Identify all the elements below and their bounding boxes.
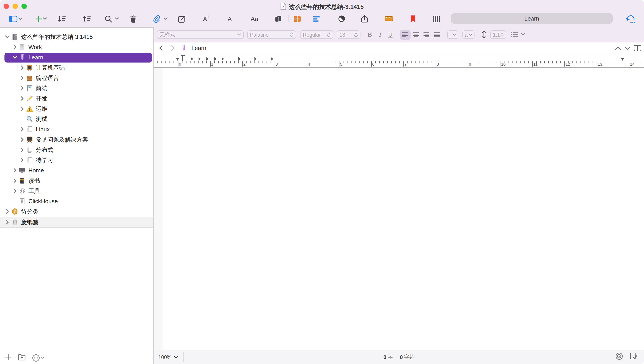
attachment-button[interactable]	[149, 13, 163, 24]
sidebar-item[interactable]: ?待分类	[0, 206, 153, 216]
disclosure-chevron[interactable]	[4, 209, 11, 214]
search-options-chevron[interactable]	[113, 13, 120, 24]
move-up-list-icon[interactable]	[80, 13, 93, 24]
sidebar-item[interactable]: 计算机基础	[0, 62, 153, 73]
left-indent-marker[interactable]	[176, 58, 179, 61]
new-folder-button[interactable]	[18, 354, 26, 362]
minimize-window-button[interactable]	[13, 4, 18, 9]
zoom-dropdown[interactable]: 100%	[158, 350, 178, 364]
new-item-button[interactable]	[5, 354, 12, 362]
italic-button[interactable]: I	[376, 30, 384, 39]
disclosure-chevron[interactable]	[19, 127, 26, 132]
sidebar-item[interactable]: Work	[0, 42, 153, 52]
sidebar-item[interactable]: 测试	[0, 114, 153, 124]
next-note-button[interactable]	[625, 42, 630, 54]
font-size-increase-button[interactable]: A+	[199, 13, 213, 24]
underline-button[interactable]: U	[386, 30, 394, 39]
align-center-button[interactable]	[410, 30, 421, 40]
sidebar-options-chevron[interactable]	[17, 13, 24, 24]
disclosure-chevron[interactable]	[19, 96, 26, 101]
disclosure-chevron[interactable]	[4, 35, 11, 38]
bookmark-button[interactable]	[406, 13, 419, 24]
ruler-toggle-button[interactable]	[382, 13, 395, 24]
sidebar-item[interactable]: 常见问题及解决方案	[0, 134, 153, 145]
paragraph-style-dropdown[interactable]: 无样式	[157, 30, 244, 39]
align-left-button[interactable]	[400, 30, 410, 40]
paragraph-lines-button[interactable]	[310, 13, 323, 24]
tab-stop-marker[interactable]	[271, 57, 273, 61]
tab-stop-marker[interactable]	[206, 57, 209, 61]
disclosure-chevron[interactable]	[12, 188, 18, 194]
font-size-stepper[interactable]: 13	[337, 30, 360, 39]
list-style-dropdown[interactable]	[511, 31, 525, 38]
disclosure-chevron[interactable]	[4, 220, 11, 225]
fonts-button[interactable]: Aa	[248, 13, 261, 24]
disclosure-chevron[interactable]	[12, 45, 18, 50]
disclosure-chevron[interactable]	[19, 137, 26, 142]
proofread-icon[interactable]	[630, 352, 638, 362]
tab-stop-marker[interactable]	[238, 57, 240, 61]
sidebar-item[interactable]: 编程语言	[0, 73, 153, 83]
focus-mode-icon[interactable]	[615, 352, 623, 362]
sidebar-item[interactable]: 这么些年的技术总结 3.1415	[0, 32, 153, 42]
section-title-pill[interactable]: Learn	[451, 14, 613, 24]
forward-button[interactable]	[171, 42, 175, 54]
move-down-list-icon[interactable]	[55, 13, 68, 24]
more-actions-button[interactable]	[32, 354, 44, 362]
add-options-chevron[interactable]	[41, 13, 48, 24]
sidebar-item[interactable]: 前端	[0, 83, 153, 93]
first-line-indent-marker[interactable]	[181, 56, 185, 61]
disclosure-chevron[interactable]	[19, 86, 26, 91]
document-canvas[interactable]	[154, 68, 644, 350]
disclosure-chevron[interactable]	[12, 56, 18, 59]
align-right-button[interactable]	[421, 30, 432, 40]
attachment-options-chevron[interactable]	[162, 13, 169, 24]
sidebar-item[interactable]: Home	[0, 165, 153, 176]
copy-style-icon[interactable]	[272, 13, 285, 24]
disclosure-chevron[interactable]	[12, 178, 18, 183]
disclosure-chevron[interactable]	[19, 65, 26, 70]
sidebar-item[interactable]: Learn	[0, 52, 153, 62]
disclosure-chevron[interactable]	[12, 168, 18, 173]
contrast-icon[interactable]	[335, 13, 348, 24]
sidebar-item[interactable]: 开发	[0, 93, 153, 104]
align-justify-button[interactable]	[432, 30, 443, 40]
sidebar-item[interactable]: 废纸篓	[0, 216, 153, 228]
delete-button[interactable]	[127, 13, 140, 24]
sidebar-item[interactable]: 分布式	[0, 145, 153, 155]
close-window-button[interactable]	[4, 4, 9, 9]
font-weight-dropdown[interactable]: Regular	[300, 30, 333, 39]
disclosure-chevron[interactable]	[19, 76, 26, 80]
sidebar-item[interactable]: ClickHouse	[0, 196, 153, 206]
text-color-dropdown[interactable]	[447, 30, 458, 39]
back-button[interactable]	[159, 42, 163, 54]
previous-note-button[interactable]	[615, 42, 621, 54]
disclosure-chevron[interactable]	[19, 106, 26, 111]
tab-stop-marker[interactable]	[198, 57, 201, 61]
table-grid-button[interactable]	[430, 13, 443, 24]
right-indent-marker[interactable]	[621, 58, 624, 61]
tab-stop-marker[interactable]	[255, 57, 257, 61]
tab-stop-marker[interactable]	[214, 57, 216, 61]
sync-icon[interactable]	[624, 13, 637, 24]
tab-stop-marker[interactable]	[222, 57, 224, 61]
line-spacing-stepper[interactable]: 1.1	[490, 30, 506, 39]
share-icon[interactable]	[358, 13, 371, 24]
bold-button[interactable]: B	[366, 30, 374, 39]
sidebar-item[interactable]: Linux	[0, 124, 153, 134]
font-family-dropdown[interactable]: Palatino	[247, 30, 296, 39]
disclosure-chevron[interactable]	[19, 148, 26, 152]
zoom-window-button[interactable]	[22, 4, 27, 9]
table-cells-button[interactable]	[290, 13, 304, 24]
sidebar-item[interactable]: 工具	[0, 186, 153, 196]
sidebar-item[interactable]: 运维	[0, 104, 153, 114]
split-view-icon[interactable]	[634, 42, 641, 54]
font-size-decrease-button[interactable]: A-	[224, 13, 237, 24]
compose-icon[interactable]	[175, 13, 189, 24]
line-spacing-icon[interactable]	[481, 30, 487, 41]
sidebar-item[interactable]: 读书	[0, 176, 153, 186]
text-transform-dropdown[interactable]: a	[463, 30, 475, 39]
sidebar-item[interactable]: 待学习	[0, 155, 153, 165]
disclosure-chevron[interactable]	[19, 158, 26, 162]
tab-stop-marker[interactable]	[191, 57, 193, 61]
